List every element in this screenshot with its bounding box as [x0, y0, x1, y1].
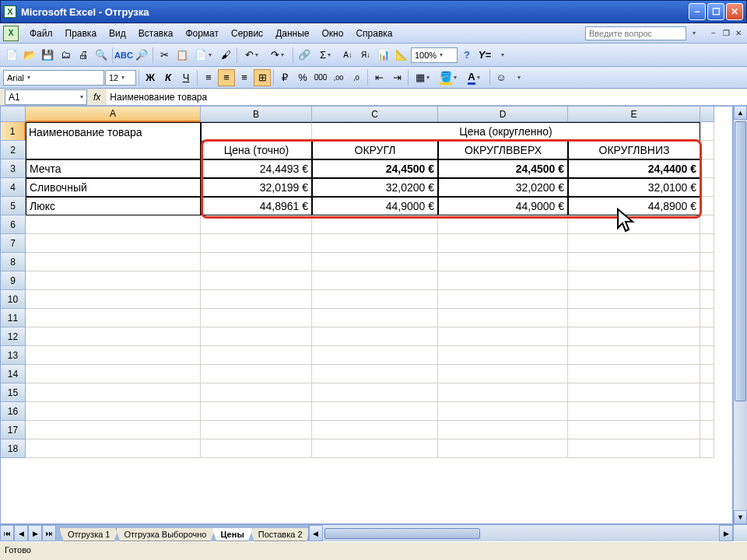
- doc-minimize-button[interactable]: −: [708, 28, 719, 39]
- row-header-5[interactable]: 5: [1, 197, 26, 215]
- cell-B1[interactable]: [201, 122, 312, 141]
- dec-indent-icon[interactable]: ⇤: [370, 69, 388, 86]
- cell-empty-7-1[interactable]: [201, 234, 312, 253]
- cell-B4[interactable]: 32,0199 €: [201, 178, 312, 197]
- scroll-right-icon[interactable]: ▶: [719, 525, 733, 541]
- cell-empty-8-4[interactable]: [568, 253, 700, 271]
- cell-empty-17-2[interactable]: [312, 421, 438, 439]
- col-header-E[interactable]: E: [568, 107, 700, 122]
- cell-empty-18-5[interactable]: [700, 439, 714, 458]
- redo-icon[interactable]: ↷▾: [265, 47, 290, 64]
- doc-restore-button[interactable]: ❐: [721, 28, 731, 39]
- row-header-7[interactable]: 7: [1, 234, 26, 253]
- cell-empty-12-5[interactable]: [700, 327, 714, 346]
- hyperlink-icon[interactable]: 🔗: [296, 47, 313, 64]
- underline-icon[interactable]: Ч: [177, 69, 195, 86]
- cell-E5[interactable]: 44,8900 €: [568, 197, 700, 215]
- fontsize-combo[interactable]: 12▾: [105, 70, 136, 86]
- minimize-button[interactable]: −: [689, 3, 706, 20]
- hscroll-thumb[interactable]: [324, 528, 480, 539]
- cell-empty-11-2[interactable]: [312, 309, 438, 327]
- cell-B5[interactable]: 44,8961 €: [201, 197, 312, 215]
- cell-extra-5[interactable]: [700, 197, 714, 215]
- cell-empty-6-4[interactable]: [568, 215, 700, 234]
- cell-A1[interactable]: Наименование товара: [26, 122, 201, 141]
- sort-asc-icon[interactable]: А↓: [339, 47, 356, 64]
- cell-empty-6-2[interactable]: [312, 215, 438, 234]
- cell-empty-7-0[interactable]: [26, 234, 201, 253]
- zoom-combo[interactable]: 100%▾: [411, 47, 458, 63]
- cell-empty-16-5[interactable]: [700, 402, 714, 421]
- cell-empty-12-0[interactable]: [26, 327, 201, 346]
- cell-empty-9-0[interactable]: [26, 271, 201, 290]
- y-icon[interactable]: Y=: [476, 47, 493, 64]
- cell-empty-10-2[interactable]: [312, 290, 438, 309]
- print-icon[interactable]: 🖨: [75, 47, 92, 64]
- cell-empty-14-5[interactable]: [700, 365, 714, 383]
- cell-empty-11-0[interactable]: [26, 309, 201, 327]
- cell-empty-8-2[interactable]: [312, 253, 438, 271]
- cell-empty-13-0[interactable]: [26, 346, 201, 365]
- cell-empty-15-3[interactable]: [438, 383, 568, 402]
- row-header-18[interactable]: 18: [1, 439, 26, 458]
- cell-E4[interactable]: 32,0100 €: [568, 178, 700, 197]
- cell-empty-12-1[interactable]: [201, 327, 312, 346]
- cell-empty-16-1[interactable]: [201, 402, 312, 421]
- align-right-icon[interactable]: ≡: [236, 69, 253, 86]
- cell-empty-6-5[interactable]: [700, 215, 714, 234]
- menu-help[interactable]: Справка: [349, 26, 398, 41]
- inc-decimal-icon[interactable]: ,00: [330, 69, 347, 86]
- cell-empty-8-3[interactable]: [438, 253, 568, 271]
- cell-B2[interactable]: Цена (точно): [201, 141, 312, 159]
- tab-last-icon[interactable]: ⏭: [42, 525, 56, 541]
- cell-empty-14-3[interactable]: [438, 365, 568, 383]
- help-dropdown-icon[interactable]: ▾: [691, 30, 697, 37]
- doc-close-button[interactable]: ✕: [733, 28, 744, 39]
- cell-A2[interactable]: [26, 141, 201, 159]
- row-header-1[interactable]: 1: [1, 122, 26, 141]
- cell-empty-11-3[interactable]: [438, 309, 568, 327]
- currency-icon[interactable]: ₽: [276, 69, 293, 86]
- cell-empty-6-1[interactable]: [201, 215, 312, 234]
- cell-empty-9-2[interactable]: [312, 271, 438, 290]
- cell-extra-4[interactable]: [700, 178, 714, 197]
- comma-icon[interactable]: 000: [312, 69, 329, 86]
- save-icon[interactable]: 💾: [39, 47, 56, 64]
- cell-empty-13-1[interactable]: [201, 346, 312, 365]
- vscroll-thumb[interactable]: [735, 121, 746, 401]
- cell-empty-11-5[interactable]: [700, 309, 714, 327]
- menu-data[interactable]: Данные: [269, 26, 315, 41]
- toolbar-options-icon[interactable]: ▾: [494, 47, 511, 64]
- autosum-icon[interactable]: Σ▾: [314, 47, 338, 64]
- copy-icon[interactable]: 📋: [174, 47, 191, 64]
- scroll-up-icon[interactable]: ▲: [734, 106, 747, 120]
- cell-empty-13-4[interactable]: [568, 346, 700, 365]
- cell-empty-9-4[interactable]: [568, 271, 700, 290]
- cell-C3[interactable]: 24,4500 €: [312, 159, 438, 178]
- cell-C4[interactable]: 32,0200 €: [312, 178, 438, 197]
- cell-empty-16-0[interactable]: [26, 402, 201, 421]
- cell-D4[interactable]: 32,0200 €: [438, 178, 568, 197]
- cell-empty-16-2[interactable]: [312, 402, 438, 421]
- cell-D2[interactable]: ОКРУГЛВВЕРХ: [438, 141, 568, 159]
- help-icon[interactable]: ?: [458, 47, 475, 64]
- cell-empty-7-2[interactable]: [312, 234, 438, 253]
- col-header-next[interactable]: [700, 107, 714, 122]
- new-icon[interactable]: 📄: [3, 47, 20, 64]
- row-header-15[interactable]: 15: [1, 383, 26, 402]
- cell-empty-8-5[interactable]: [700, 253, 714, 271]
- row-header-17[interactable]: 17: [1, 421, 26, 439]
- cell-empty-10-1[interactable]: [201, 290, 312, 309]
- cell-empty-15-1[interactable]: [201, 383, 312, 402]
- tab-otgruzka-vyb[interactable]: Отгрузка Выборочно: [116, 528, 216, 541]
- menu-window[interactable]: Окно: [315, 26, 349, 41]
- close-button[interactable]: ✕: [726, 3, 743, 20]
- row-header-14[interactable]: 14: [1, 365, 26, 383]
- col-header-C[interactable]: C: [312, 107, 438, 122]
- menu-view[interactable]: Вид: [103, 26, 132, 41]
- formula-input[interactable]: [107, 89, 747, 105]
- app-icon[interactable]: X: [3, 26, 19, 41]
- italic-icon[interactable]: К: [160, 69, 177, 86]
- formatpainter-icon[interactable]: 🖌: [217, 47, 234, 64]
- row-header-4[interactable]: 4: [1, 178, 26, 197]
